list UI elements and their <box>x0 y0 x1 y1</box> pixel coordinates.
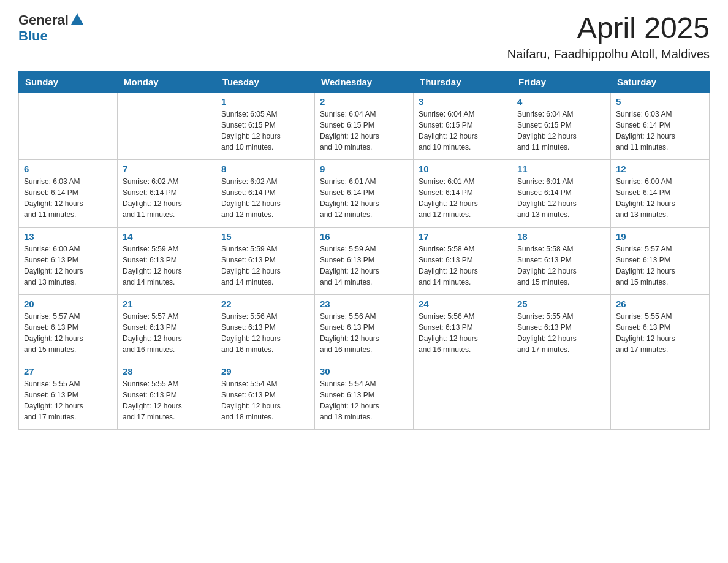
day-info: Sunrise: 5:56 AM Sunset: 6:13 PM Dayligh… <box>221 311 309 355</box>
title-block: April 2025 Naifaru, Faadhippolhu Atoll, … <box>507 12 710 61</box>
day-number: 24 <box>419 299 507 309</box>
day-info: Sunrise: 6:01 AM Sunset: 6:14 PM Dayligh… <box>320 176 408 220</box>
day-number: 17 <box>419 231 507 242</box>
calendar-cell: 18Sunrise: 5:58 AM Sunset: 6:13 PM Dayli… <box>512 227 611 294</box>
day-number: 23 <box>320 299 408 309</box>
day-number: 4 <box>517 96 605 107</box>
calendar-cell: 1Sunrise: 6:05 AM Sunset: 6:15 PM Daylig… <box>216 92 315 159</box>
weekday-header: Wednesday <box>315 71 414 92</box>
day-number: 7 <box>123 164 211 174</box>
day-number: 1 <box>221 96 309 107</box>
calendar-cell: 12Sunrise: 6:00 AM Sunset: 6:14 PM Dayli… <box>611 159 710 227</box>
day-number: 11 <box>517 164 605 174</box>
calendar-table: SundayMondayTuesdayWednesdayThursdayFrid… <box>18 71 710 430</box>
calendar-cell: 11Sunrise: 6:01 AM Sunset: 6:14 PM Dayli… <box>512 159 611 227</box>
day-info: Sunrise: 5:57 AM Sunset: 6:13 PM Dayligh… <box>123 311 211 355</box>
calendar-cell: 14Sunrise: 5:59 AM Sunset: 6:13 PM Dayli… <box>118 227 216 294</box>
day-info: Sunrise: 6:03 AM Sunset: 6:14 PM Dayligh… <box>24 176 112 220</box>
weekday-header: Saturday <box>611 71 710 92</box>
weekday-header: Thursday <box>414 71 512 92</box>
day-number: 16 <box>320 231 408 242</box>
day-number: 3 <box>419 96 507 107</box>
calendar-cell: 20Sunrise: 5:57 AM Sunset: 6:13 PM Dayli… <box>19 294 118 362</box>
day-info: Sunrise: 5:55 AM Sunset: 6:13 PM Dayligh… <box>616 311 704 355</box>
day-number: 2 <box>320 96 408 107</box>
calendar-cell: 2Sunrise: 6:04 AM Sunset: 6:15 PM Daylig… <box>315 92 414 159</box>
weekday-header: Monday <box>118 71 216 92</box>
calendar-cell: 8Sunrise: 6:02 AM Sunset: 6:14 PM Daylig… <box>216 159 315 227</box>
day-info: Sunrise: 6:04 AM Sunset: 6:15 PM Dayligh… <box>320 109 408 153</box>
calendar-cell: 21Sunrise: 5:57 AM Sunset: 6:13 PM Dayli… <box>118 294 216 362</box>
day-info: Sunrise: 5:59 AM Sunset: 6:13 PM Dayligh… <box>221 243 309 288</box>
day-info: Sunrise: 6:03 AM Sunset: 6:14 PM Dayligh… <box>616 109 704 153</box>
day-number: 15 <box>221 231 309 242</box>
calendar-cell: 24Sunrise: 5:56 AM Sunset: 6:13 PM Dayli… <box>414 294 512 362</box>
day-number: 20 <box>24 299 112 309</box>
day-info: Sunrise: 6:04 AM Sunset: 6:15 PM Dayligh… <box>517 109 605 153</box>
calendar-cell: 17Sunrise: 5:58 AM Sunset: 6:13 PM Dayli… <box>414 227 512 294</box>
day-info: Sunrise: 5:57 AM Sunset: 6:13 PM Dayligh… <box>24 311 112 355</box>
day-number: 26 <box>616 299 704 309</box>
day-info: Sunrise: 5:59 AM Sunset: 6:13 PM Dayligh… <box>320 243 408 288</box>
day-number: 19 <box>616 231 704 242</box>
day-info: Sunrise: 5:55 AM Sunset: 6:13 PM Dayligh… <box>517 311 605 355</box>
day-number: 12 <box>616 164 704 174</box>
day-number: 25 <box>517 299 605 309</box>
calendar-cell: 5Sunrise: 6:03 AM Sunset: 6:14 PM Daylig… <box>611 92 710 159</box>
day-number: 27 <box>24 366 112 377</box>
calendar-cell: 19Sunrise: 5:57 AM Sunset: 6:13 PM Dayli… <box>611 227 710 294</box>
weekday-header: Friday <box>512 71 611 92</box>
calendar-cell <box>414 362 512 429</box>
svg-marker-0 <box>71 13 83 25</box>
day-number: 22 <box>221 299 309 309</box>
day-number: 28 <box>123 366 211 377</box>
calendar-cell: 3Sunrise: 6:04 AM Sunset: 6:15 PM Daylig… <box>414 92 512 159</box>
day-number: 13 <box>24 231 112 242</box>
day-number: 5 <box>616 96 704 107</box>
day-info: Sunrise: 6:00 AM Sunset: 6:14 PM Dayligh… <box>616 176 704 220</box>
calendar-body: 1Sunrise: 6:05 AM Sunset: 6:15 PM Daylig… <box>19 92 710 429</box>
calendar-cell: 15Sunrise: 5:59 AM Sunset: 6:13 PM Dayli… <box>216 227 315 294</box>
calendar-row: 27Sunrise: 5:55 AM Sunset: 6:13 PM Dayli… <box>19 362 710 429</box>
day-info: Sunrise: 5:56 AM Sunset: 6:13 PM Dayligh… <box>419 311 507 355</box>
day-info: Sunrise: 6:04 AM Sunset: 6:15 PM Dayligh… <box>419 109 507 153</box>
day-number: 6 <box>24 164 112 174</box>
calendar-cell: 16Sunrise: 5:59 AM Sunset: 6:13 PM Dayli… <box>315 227 414 294</box>
calendar-cell <box>19 92 118 159</box>
calendar-cell <box>611 362 710 429</box>
day-info: Sunrise: 6:01 AM Sunset: 6:14 PM Dayligh… <box>419 176 507 220</box>
page-header: General Blue April 2025 Naifaru, Faadhip… <box>18 12 710 61</box>
day-number: 21 <box>123 299 211 309</box>
logo: General Blue <box>18 12 83 44</box>
calendar-cell: 4Sunrise: 6:04 AM Sunset: 6:15 PM Daylig… <box>512 92 611 159</box>
day-number: 18 <box>517 231 605 242</box>
calendar-cell: 10Sunrise: 6:01 AM Sunset: 6:14 PM Dayli… <box>414 159 512 227</box>
weekday-header: Sunday <box>19 71 118 92</box>
calendar-cell: 25Sunrise: 5:55 AM Sunset: 6:13 PM Dayli… <box>512 294 611 362</box>
calendar-cell: 13Sunrise: 6:00 AM Sunset: 6:13 PM Dayli… <box>19 227 118 294</box>
calendar-cell: 6Sunrise: 6:03 AM Sunset: 6:14 PM Daylig… <box>19 159 118 227</box>
calendar-cell: 29Sunrise: 5:54 AM Sunset: 6:13 PM Dayli… <box>216 362 315 429</box>
day-info: Sunrise: 6:01 AM Sunset: 6:14 PM Dayligh… <box>517 176 605 220</box>
calendar-cell: 26Sunrise: 5:55 AM Sunset: 6:13 PM Dayli… <box>611 294 710 362</box>
day-info: Sunrise: 5:59 AM Sunset: 6:13 PM Dayligh… <box>123 243 211 288</box>
day-number: 10 <box>419 164 507 174</box>
day-info: Sunrise: 5:56 AM Sunset: 6:13 PM Dayligh… <box>320 311 408 355</box>
day-number: 8 <box>221 164 309 174</box>
calendar-row: 1Sunrise: 6:05 AM Sunset: 6:15 PM Daylig… <box>19 92 710 159</box>
day-info: Sunrise: 6:00 AM Sunset: 6:13 PM Dayligh… <box>24 243 112 288</box>
day-info: Sunrise: 5:54 AM Sunset: 6:13 PM Dayligh… <box>221 378 309 423</box>
location-title: Naifaru, Faadhippolhu Atoll, Maldives <box>507 47 710 61</box>
weekday-header: Tuesday <box>216 71 315 92</box>
calendar-cell: 28Sunrise: 5:55 AM Sunset: 6:13 PM Dayli… <box>118 362 216 429</box>
calendar-cell <box>118 92 216 159</box>
day-info: Sunrise: 6:05 AM Sunset: 6:15 PM Dayligh… <box>221 109 309 153</box>
day-info: Sunrise: 5:55 AM Sunset: 6:13 PM Dayligh… <box>123 378 211 423</box>
day-info: Sunrise: 6:02 AM Sunset: 6:14 PM Dayligh… <box>221 176 309 220</box>
calendar-cell: 22Sunrise: 5:56 AM Sunset: 6:13 PM Dayli… <box>216 294 315 362</box>
day-info: Sunrise: 5:57 AM Sunset: 6:13 PM Dayligh… <box>616 243 704 288</box>
day-info: Sunrise: 5:58 AM Sunset: 6:13 PM Dayligh… <box>419 243 507 288</box>
day-info: Sunrise: 6:02 AM Sunset: 6:14 PM Dayligh… <box>123 176 211 220</box>
calendar-cell: 30Sunrise: 5:54 AM Sunset: 6:13 PM Dayli… <box>315 362 414 429</box>
calendar-row: 20Sunrise: 5:57 AM Sunset: 6:13 PM Dayli… <box>19 294 710 362</box>
